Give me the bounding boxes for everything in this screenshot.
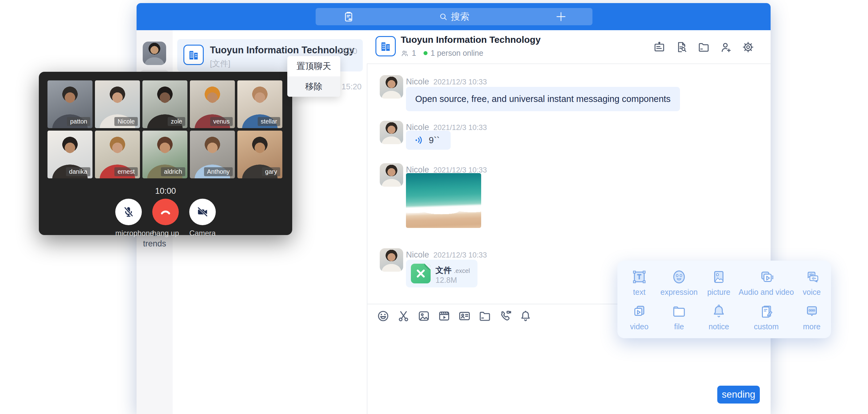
search-bar[interactable]: 搜索 xyxy=(316,8,592,25)
camera-control[interactable]: Camera xyxy=(189,199,216,237)
file-icon[interactable] xyxy=(478,309,492,323)
hang-up-control[interactable]: hang up xyxy=(152,199,179,237)
video-message-icon xyxy=(631,303,648,320)
send-button[interactable]: sending xyxy=(717,386,760,404)
panel-item-audio-video[interactable]: Audio and video xyxy=(737,268,796,297)
announcement-icon[interactable] xyxy=(653,41,666,54)
image-icon[interactable] xyxy=(417,309,431,323)
file-name: 文件 xyxy=(436,265,452,275)
participant-name-label: Nicole xyxy=(114,117,138,126)
panel-item-voice[interactable]: voice xyxy=(796,268,828,297)
call-controls: microphone hang up Camera xyxy=(39,199,292,237)
chat-panel: Tuoyun Information Technology 1 1 person… xyxy=(367,30,771,414)
audio-video-icon xyxy=(758,268,775,285)
composer-toolbar xyxy=(376,309,532,323)
file-attachment[interactable]: 文件 .excel 12.8M xyxy=(406,260,477,287)
current-user-avatar[interactable] xyxy=(143,41,166,65)
voice-wave-icon xyxy=(414,135,425,146)
participant-name-label: aldrich xyxy=(161,167,185,176)
online-status: 1 person online xyxy=(431,49,483,58)
menu-item-pin-chat[interactable]: 置顶聊天 xyxy=(287,56,340,76)
panel-item-notice[interactable]: notice xyxy=(701,303,737,331)
add-member-icon[interactable] xyxy=(719,41,733,54)
participant-name-label: ernest xyxy=(114,167,138,176)
video-icon[interactable] xyxy=(437,309,451,323)
participant-name-label: venus xyxy=(210,117,233,126)
participant-tile[interactable]: stellar xyxy=(237,81,282,128)
participant-name-label: patton xyxy=(67,117,90,126)
contact-card-icon[interactable] xyxy=(458,309,471,323)
participant-name-label: stellar xyxy=(258,117,280,126)
image-attachment[interactable] xyxy=(406,173,481,228)
file-folder-icon xyxy=(671,303,687,320)
camera-off-icon xyxy=(196,205,209,219)
folder-icon[interactable] xyxy=(697,41,710,54)
participant-tile[interactable]: Nicole xyxy=(95,81,140,128)
expression-icon xyxy=(671,268,687,285)
plus-icon[interactable] xyxy=(555,10,567,23)
panel-item-custom[interactable]: custom xyxy=(737,303,796,331)
participant-tile[interactable]: Anthony xyxy=(190,131,235,178)
organization-icon xyxy=(375,36,396,56)
context-menu: 置顶聊天 移除 xyxy=(287,56,340,97)
sender-avatar[interactable] xyxy=(380,75,403,99)
panel-item-more[interactable]: more xyxy=(796,303,828,331)
video-call-icon[interactable] xyxy=(498,309,512,323)
hang-up-icon xyxy=(159,205,172,219)
chat-subtitle: 1 1 person online xyxy=(401,49,483,58)
member-count: 1 xyxy=(412,49,416,58)
voice-duration: 9`` xyxy=(429,135,439,146)
voice-bubble[interactable]: 9`` xyxy=(406,131,451,150)
search-input[interactable]: 搜索 xyxy=(316,8,592,25)
online-dot xyxy=(424,51,428,55)
message-time: 2021/12/3 10:33 xyxy=(433,166,487,174)
participant-name-label: danika xyxy=(66,167,90,176)
custom-message-icon xyxy=(758,303,775,320)
organization-icon xyxy=(183,45,204,65)
search-placeholder: 搜索 xyxy=(451,10,469,23)
conversation-title: Tuoyun Information Technology xyxy=(210,45,354,56)
voice-icon xyxy=(804,268,820,285)
notice-bell-icon xyxy=(711,303,727,320)
notification-icon[interactable] xyxy=(519,309,532,323)
sender-avatar[interactable] xyxy=(380,163,403,187)
participant-tile[interactable]: gary xyxy=(237,131,282,178)
excel-file-icon xyxy=(411,264,431,283)
conversation-time: 15:20 xyxy=(342,82,362,92)
message-time: 2021/12/3 10:33 xyxy=(433,123,487,131)
sender-name: Nicole xyxy=(406,250,429,259)
chat-record-search-icon[interactable] xyxy=(675,41,688,54)
panel-item-text[interactable]: text xyxy=(621,268,657,297)
participant-tile[interactable]: ernest xyxy=(95,131,140,178)
screenshot-icon[interactable] xyxy=(397,309,410,323)
menu-item-remove[interactable]: 移除 xyxy=(287,76,340,97)
sender-name: Nicole xyxy=(406,77,429,86)
message-time: 2021/12/3 10:33 xyxy=(433,77,487,86)
participant-name-label: gary xyxy=(262,167,280,176)
participant-name-label: zole xyxy=(168,117,185,126)
call-timer: 10:00 xyxy=(39,186,292,196)
chat-header-actions xyxy=(653,41,754,54)
panel-item-expression[interactable]: expression xyxy=(657,268,701,297)
video-call-overlay: patton Nicole zole venus stellar danika … xyxy=(39,72,292,235)
sender-avatar[interactable] xyxy=(380,121,403,144)
participant-tile[interactable]: venus xyxy=(190,81,235,128)
panel-item-file[interactable]: file xyxy=(657,303,701,331)
text-message-icon xyxy=(631,268,648,285)
emoji-icon[interactable] xyxy=(376,309,390,323)
settings-icon[interactable] xyxy=(742,41,754,54)
camera-label: Camera xyxy=(189,229,216,237)
participant-tile[interactable]: patton xyxy=(48,81,92,128)
panel-item-picture[interactable]: picture xyxy=(701,268,737,297)
sender-avatar[interactable] xyxy=(380,248,403,272)
microphone-control[interactable]: microphone xyxy=(115,199,142,237)
participant-tile[interactable]: danika xyxy=(48,131,92,178)
participant-tile[interactable]: aldrich xyxy=(143,131,187,178)
participant-tile[interactable]: zole xyxy=(143,81,187,128)
microphone-label: microphone xyxy=(115,229,142,237)
microphone-muted-icon xyxy=(122,205,135,219)
hang-up-label: hang up xyxy=(152,229,179,237)
chat-header: Tuoyun Information Technology 1 1 person… xyxy=(367,30,771,64)
file-size: 12.8M xyxy=(436,276,457,285)
panel-item-video[interactable]: video xyxy=(621,303,657,331)
